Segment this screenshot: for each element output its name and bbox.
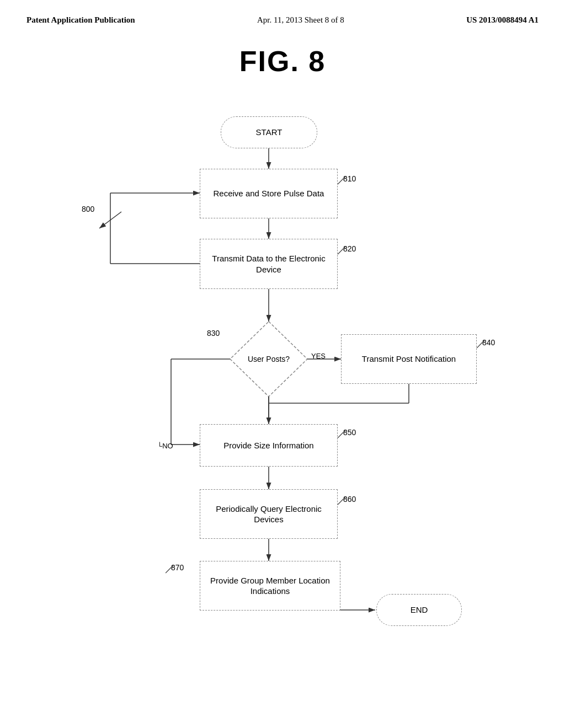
header-left: Patent Application Publication xyxy=(26,15,135,25)
svg-line-21 xyxy=(477,340,485,348)
node-850: Provide Size Information xyxy=(200,424,338,467)
svg-line-28 xyxy=(166,565,174,573)
flowchart-diagram: 800 START Receive and Store Pulse Data 8… xyxy=(0,83,565,690)
label-800-arrow xyxy=(94,209,127,231)
svg-line-16 xyxy=(99,212,121,228)
svg-line-27 xyxy=(338,496,346,505)
ref-830: 830 xyxy=(207,329,220,338)
header-center: Apr. 11, 2013 Sheet 8 of 8 xyxy=(257,15,344,25)
no-label: └NO xyxy=(157,442,173,450)
page-header: Patent Application Publication Apr. 11, … xyxy=(0,0,565,25)
label-800: 800 xyxy=(82,205,94,213)
yes-label: YES xyxy=(311,352,326,360)
node-840: Transmit Post Notification xyxy=(341,334,477,384)
end-node: END xyxy=(376,594,462,626)
node-870: Provide Group Member Location Indication… xyxy=(200,561,340,611)
node-810: Receive and Store Pulse Data xyxy=(200,169,338,218)
figure-title: FIG. 8 xyxy=(0,45,565,78)
svg-line-18 xyxy=(338,176,346,184)
start-node: START xyxy=(221,116,317,148)
node-830: User Posts? xyxy=(230,322,307,397)
header-right: US 2013/0088494 A1 xyxy=(466,15,539,25)
svg-line-26 xyxy=(338,430,346,438)
svg-line-19 xyxy=(338,246,346,254)
node-860: Periodically Query Electronic Devices xyxy=(200,489,338,539)
node-820: Transmit Data to the Electronic Device xyxy=(200,239,338,289)
